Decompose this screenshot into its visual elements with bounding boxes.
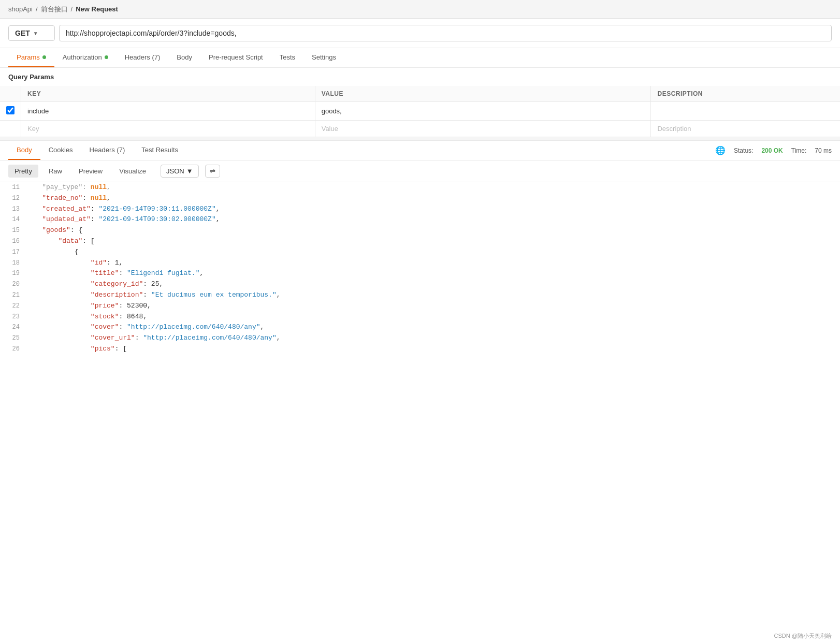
empty-value[interactable]: Value [315,121,651,137]
query-params-title: Query Params [8,73,54,81]
response-status: 🌐 Status: 200 OK Time: 70 ms [715,145,832,155]
line-content: "cover_url": "http://placeimg.com/640/48… [26,333,840,344]
response-tab-headers[interactable]: Headers (7) [81,141,134,160]
line-number: 18 [0,258,26,268]
tab-tests-label: Tests [280,53,295,61]
chevron-down-icon: ▼ [33,31,38,36]
line-content: "price": 52300, [26,301,840,312]
time-value: 70 ms [815,147,832,154]
response-tab-body[interactable]: Body [8,141,40,160]
empty-description[interactable]: Description [651,121,840,137]
params-table: KEY VALUE DESCRIPTION include goods, Key… [0,86,840,137]
col-header-description: DESCRIPTION [651,86,840,102]
line-content: "goods": { [26,225,840,236]
wrap-button[interactable]: ⇌ [205,165,220,178]
response-tabs-bar: Body Cookies Headers (7) Test Results 🌐 … [0,141,840,160]
json-line-26: 26 "pics": [ [0,344,840,355]
json-line-17: 17 { [0,247,840,258]
line-number: 11 [0,182,26,193]
json-line-15: 15 "goods": { [0,225,840,236]
desc-placeholder: Description [657,125,691,133]
format-pretty[interactable]: Pretty [8,165,38,178]
tab-tests[interactable]: Tests [271,48,303,67]
response-tab-test-results[interactable]: Test Results [133,141,186,160]
format-bar: Pretty Raw Preview Visualize JSON ▼ ⇌ [0,160,840,182]
json-line-13: 13 "created_at": "2021-09-14T09:30:11.00… [0,204,840,215]
request-tabs: Params Authorization Headers (7) Body Pr… [8,48,832,67]
line-number: 15 [0,225,26,236]
line-content: "trade_no": null, [26,193,840,204]
row-checkbox[interactable] [6,106,15,114]
format-raw[interactable]: Raw [42,165,68,178]
format-visualize[interactable]: Visualize [113,165,152,178]
line-content: "data": [ [26,236,840,247]
row-value[interactable]: goods, [315,102,651,121]
tab-headers-label: Headers (7) [125,53,161,61]
params-dot [42,55,46,59]
json-line-24: 24 "cover": "http://placeimg.com/640/480… [0,322,840,333]
breadcrumb-frontend[interactable]: 前台接口 [41,5,68,14]
tab-params[interactable]: Params [8,48,54,67]
json-line-22: 22 "price": 52300, [0,301,840,312]
tab-prerequest[interactable]: Pre-request Script [200,48,271,67]
tab-settings[interactable]: Settings [303,48,344,67]
row-checkbox-cell [0,102,21,121]
line-content: "created_at": "2021-09-14T09:30:11.00000… [26,204,840,215]
col-header-checkbox [0,86,21,102]
auth-dot [105,55,108,59]
globe-icon: 🌐 [715,145,726,155]
tab-authorization[interactable]: Authorization [54,48,117,67]
line-number: 22 [0,301,26,311]
line-number: 21 [0,290,26,300]
line-content: "category_id": 25, [26,279,840,290]
line-number: 16 [0,236,26,246]
json-line-12: 12 "trade_no": null, [0,193,840,204]
response-tab-test-label: Test Results [141,146,178,154]
key-placeholder: Key [27,125,39,133]
line-content: { [26,247,840,258]
method-label: GET [15,29,30,37]
method-select[interactable]: GET ▼ [8,25,55,41]
json-line-21: 21 "description": "Et ducimus eum ex tem… [0,290,840,301]
tab-params-label: Params [17,53,40,61]
line-number: 12 [0,193,26,203]
status-value: 200 OK [761,147,783,154]
response-tab-headers-label: Headers (7) [90,146,125,154]
tab-body[interactable]: Body [168,48,200,67]
format-preview[interactable]: Preview [73,165,109,178]
response-tab-cookies[interactable]: Cookies [40,141,81,160]
line-number: 25 [0,333,26,343]
row-key[interactable]: include [21,102,315,121]
top-bar: shopApi / 前台接口 / New Request [0,0,840,19]
tab-authorization-label: Authorization [63,53,102,61]
response-tabs: Body Cookies Headers (7) Test Results [8,141,186,160]
request-tabs-container: Params Authorization Headers (7) Body Pr… [0,48,840,68]
line-content: "pics": [ [26,344,840,355]
line-content: "updated_at": "2021-09-14T09:30:02.00000… [26,214,840,225]
chevron-down-icon: ▼ [186,167,193,175]
json-line-14: 14 "updated_at": "2021-09-14T09:30:02.00… [0,214,840,225]
breadcrumb-shop[interactable]: shopApi [8,5,33,13]
tab-body-label: Body [177,53,192,61]
response-tab-cookies-label: Cookies [49,146,73,154]
line-content: "description": "Et ducimus eum ex tempor… [26,290,840,301]
json-line-19: 19 "title": "Eligendi fugiat.", [0,268,840,279]
line-number: 19 [0,268,26,279]
url-input[interactable] [59,25,832,41]
line-content: "cover": "http://placeimg.com/640/480/an… [26,322,840,333]
json-format-select[interactable]: JSON ▼ [161,165,199,178]
table-row: include goods, [0,102,840,121]
line-number: 26 [0,344,26,354]
line-number: 14 [0,214,26,225]
line-number: 13 [0,204,26,214]
tab-headers[interactable]: Headers (7) [117,48,169,67]
row-description[interactable] [651,102,840,121]
response-tab-body-label: Body [17,146,32,154]
line-number: 17 [0,247,26,257]
empty-key[interactable]: Key [21,121,315,137]
url-bar: GET ▼ [0,19,840,48]
tab-settings-label: Settings [312,53,336,61]
breadcrumb: shopApi / 前台接口 / New Request [8,5,118,14]
json-viewer[interactable]: 11 "pay_type": null, 12 "trade_no": null… [0,182,840,355]
line-number: 20 [0,279,26,289]
